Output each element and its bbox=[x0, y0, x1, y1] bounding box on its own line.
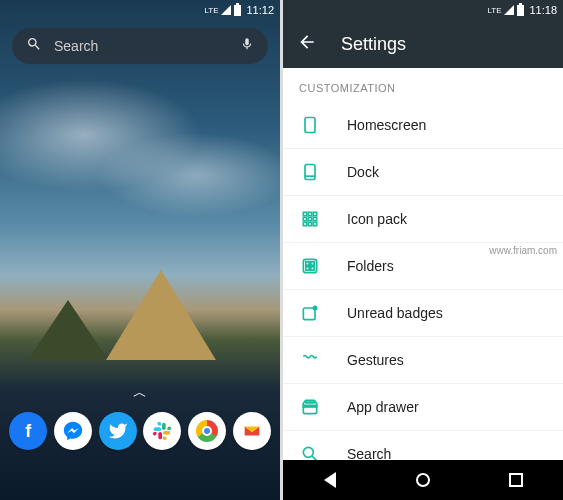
svg-rect-20 bbox=[311, 267, 314, 270]
grid-icon bbox=[299, 208, 321, 230]
svg-point-22 bbox=[313, 306, 318, 311]
settings-item-app-drawer[interactable]: App drawer bbox=[283, 384, 563, 431]
svg-rect-9 bbox=[313, 212, 316, 215]
svg-rect-17 bbox=[306, 262, 309, 265]
dock-icon bbox=[299, 161, 321, 183]
svg-rect-0 bbox=[159, 432, 163, 439]
chrome-app-icon[interactable] bbox=[188, 412, 226, 450]
status-bar: LTE 11:18 bbox=[283, 0, 563, 20]
twitter-app-icon[interactable] bbox=[99, 412, 137, 450]
settings-item-label: Dock bbox=[347, 164, 379, 180]
search-icon bbox=[26, 36, 42, 56]
svg-rect-5 bbox=[305, 165, 315, 180]
facebook-app-icon[interactable]: f bbox=[9, 412, 47, 450]
svg-rect-24 bbox=[303, 405, 316, 407]
lte-icon: LTE bbox=[487, 6, 501, 15]
clock: 11:18 bbox=[529, 4, 557, 16]
search-placeholder: Search bbox=[54, 38, 228, 54]
settings-item-label: App drawer bbox=[347, 399, 419, 415]
svg-rect-8 bbox=[308, 212, 311, 215]
svg-rect-13 bbox=[303, 222, 306, 225]
svg-point-26 bbox=[303, 447, 313, 457]
settings-item-homescreen[interactable]: Homescreen bbox=[283, 102, 563, 149]
gmail-app-icon[interactable] bbox=[233, 412, 271, 450]
settings-list: CUSTOMIZATION Homescreen Dock Icon pack … bbox=[283, 68, 563, 460]
svg-rect-12 bbox=[313, 217, 316, 220]
back-arrow-icon[interactable] bbox=[297, 32, 317, 56]
svg-rect-15 bbox=[313, 222, 316, 225]
nav-home-button[interactable] bbox=[413, 470, 433, 490]
badge-icon bbox=[299, 302, 321, 324]
svg-rect-19 bbox=[306, 267, 309, 270]
gesture-icon bbox=[299, 349, 321, 371]
homescreen-icon bbox=[299, 114, 321, 136]
settings-item-search[interactable]: Search bbox=[283, 431, 563, 460]
signal-icon bbox=[504, 5, 514, 15]
settings-item-label: Unread badges bbox=[347, 305, 443, 321]
svg-rect-4 bbox=[305, 118, 315, 133]
svg-rect-14 bbox=[308, 222, 311, 225]
page-title: Settings bbox=[341, 34, 406, 55]
svg-rect-7 bbox=[303, 212, 306, 215]
svg-rect-1 bbox=[154, 427, 161, 431]
search-pill[interactable]: Search bbox=[12, 28, 268, 64]
settings-item-label: Gestures bbox=[347, 352, 404, 368]
watermark: www.friam.com bbox=[489, 245, 557, 256]
drawer-icon bbox=[299, 396, 321, 418]
section-label: CUSTOMIZATION bbox=[283, 68, 563, 102]
battery-icon bbox=[517, 5, 524, 16]
mic-icon[interactable] bbox=[240, 37, 254, 55]
clock: 11:12 bbox=[246, 4, 274, 16]
settings-item-label: Icon pack bbox=[347, 211, 407, 227]
settings-item-dock[interactable]: Dock bbox=[283, 149, 563, 196]
svg-rect-2 bbox=[162, 423, 166, 430]
svg-rect-3 bbox=[163, 431, 170, 435]
drawer-handle-icon[interactable]: ︿ bbox=[0, 380, 280, 406]
folders-icon bbox=[299, 255, 321, 277]
signal-icon bbox=[221, 5, 231, 15]
svg-rect-18 bbox=[311, 262, 314, 265]
svg-rect-10 bbox=[303, 217, 306, 220]
dock: f bbox=[0, 406, 280, 460]
svg-rect-11 bbox=[308, 217, 311, 220]
battery-icon bbox=[234, 5, 241, 16]
nav-bar bbox=[283, 460, 563, 500]
status-bar: LTE 11:12 bbox=[0, 0, 280, 20]
slack-app-icon[interactable] bbox=[143, 412, 181, 450]
nav-recent-button[interactable] bbox=[506, 470, 526, 490]
settings-header: Settings bbox=[283, 20, 563, 68]
homescreen-phone: LTE 11:12 Search ︿ f bbox=[0, 0, 280, 500]
settings-item-label: Search bbox=[347, 446, 391, 460]
search-icon bbox=[299, 443, 321, 460]
settings-item-label: Homescreen bbox=[347, 117, 426, 133]
settings-item-icon-pack[interactable]: Icon pack bbox=[283, 196, 563, 243]
messenger-app-icon[interactable] bbox=[54, 412, 92, 450]
lte-icon: LTE bbox=[204, 6, 218, 15]
settings-item-unread-badges[interactable]: Unread badges bbox=[283, 290, 563, 337]
settings-item-gestures[interactable]: Gestures bbox=[283, 337, 563, 384]
settings-item-label: Folders bbox=[347, 258, 394, 274]
nav-back-button[interactable] bbox=[320, 470, 340, 490]
